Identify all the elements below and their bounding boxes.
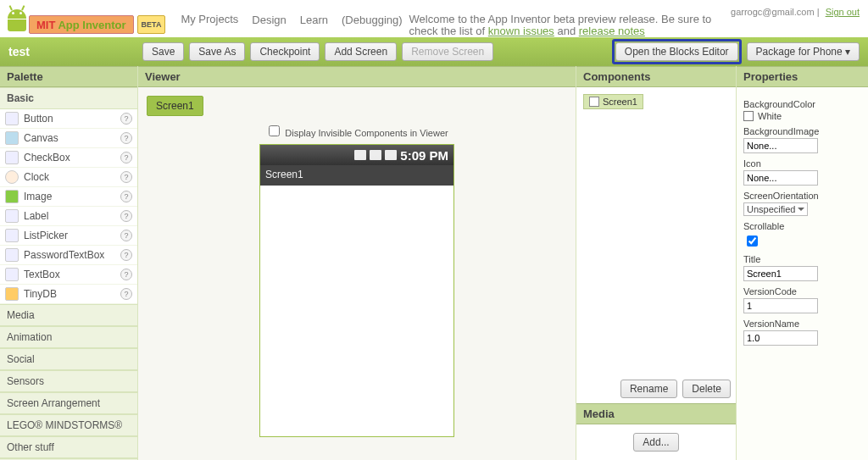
palette-item-listpicker[interactable]: ListPicker? <box>0 226 137 246</box>
palette-cat-other[interactable]: Other stuff <box>0 436 137 458</box>
palette-item-tinydb[interactable]: TinyDB? <box>0 285 137 304</box>
prop-scrollable-checkbox[interactable] <box>747 236 758 247</box>
checkbox-icon <box>5 151 19 164</box>
palette-cat-basic[interactable]: Basic <box>0 87 137 109</box>
package-for-phone-button[interactable]: Package for Phone ▾ <box>747 42 860 61</box>
help-icon[interactable]: ? <box>120 152 132 163</box>
palette-item-clock[interactable]: Clock? <box>0 168 137 187</box>
help-icon[interactable]: ? <box>120 210 132 222</box>
media-header: Media <box>576 403 736 424</box>
prop-orientation-select[interactable]: Unspecified <box>743 202 808 216</box>
android-icon <box>5 4 29 33</box>
palette-basic-items: Button? Canvas? CheckBox? Clock? Image? … <box>0 109 137 304</box>
help-icon[interactable]: ? <box>120 249 132 261</box>
components-panel: Components Screen1 Rename Delete Media A… <box>576 66 737 460</box>
palette-header: Palette <box>0 66 137 87</box>
phone-preview: 5:09 PM Screen1 <box>259 144 454 437</box>
battery-icon <box>385 150 397 160</box>
components-header: Components <box>576 66 736 87</box>
properties-panel: Properties BackgroundColor White Backgro… <box>737 66 868 460</box>
network-icon <box>354 150 366 160</box>
nav-debugging[interactable]: (Debugging) <box>342 14 403 26</box>
help-icon[interactable]: ? <box>120 269 132 280</box>
listpicker-icon <box>5 229 19 242</box>
known-issues-link[interactable]: known issues <box>488 25 554 37</box>
palette-cat-lego[interactable]: LEGO® MINDSTORMS® <box>0 414 137 436</box>
help-icon[interactable]: ? <box>120 191 132 202</box>
prop-versionname-input[interactable] <box>743 330 818 346</box>
prop-title-input[interactable] <box>743 266 818 281</box>
palette-item-canvas[interactable]: Canvas? <box>0 129 137 148</box>
button-icon <box>5 112 19 125</box>
rename-button[interactable]: Rename <box>620 380 677 398</box>
top-nav: My Projects Design Learn (Debugging) <box>181 3 402 26</box>
password-icon <box>5 248 19 262</box>
save-as-button[interactable]: Save As <box>189 42 245 61</box>
nav-learn[interactable]: Learn <box>300 14 328 26</box>
palette-cat-screen-arrangement[interactable]: Screen Arrangement <box>0 392 137 414</box>
prop-icon-value[interactable] <box>743 170 818 186</box>
save-button[interactable]: Save <box>142 42 184 61</box>
tinydb-icon <box>5 287 19 301</box>
tool-row: test Save Save As Checkpoint Add Screen … <box>0 37 868 66</box>
prop-bgcolor-value[interactable]: White <box>743 111 861 121</box>
show-invisible-checkbox[interactable] <box>269 125 280 136</box>
color-swatch-icon <box>743 111 754 121</box>
phone-canvas[interactable] <box>260 186 453 436</box>
app-title-bar: Screen1 <box>260 165 453 186</box>
palette-item-textbox[interactable]: TextBox? <box>0 265 137 285</box>
nav-my-projects[interactable]: My Projects <box>181 14 238 25</box>
palette-cat-animation[interactable]: Animation <box>0 326 137 348</box>
status-time: 5:09 PM <box>400 148 448 163</box>
help-icon[interactable]: ? <box>120 113 132 125</box>
status-bar: 5:09 PM <box>260 145 453 165</box>
logo-text: MITApp Inventor <box>29 15 134 34</box>
viewer-panel: Viewer Screen1 Display Invisible Compone… <box>138 66 576 460</box>
component-tree: Screen1 <box>576 87 736 374</box>
main-area: Palette Basic Button? Canvas? CheckBox? … <box>0 66 868 460</box>
palette-item-passwordtextbox[interactable]: PasswordTextBox? <box>0 246 137 265</box>
release-notes-link[interactable]: release notes <box>579 25 645 37</box>
help-icon[interactable]: ? <box>120 132 132 144</box>
textbox-icon <box>5 268 19 281</box>
prop-title-label: Title <box>743 254 861 264</box>
image-icon <box>5 190 19 203</box>
prop-versioncode-label: VersionCode <box>743 286 861 297</box>
tree-item-screen1[interactable]: Screen1 <box>583 94 643 109</box>
properties-header: Properties <box>737 66 868 87</box>
palette-cat-social[interactable]: Social <box>0 348 137 370</box>
label-icon <box>5 209 19 223</box>
palette-item-image[interactable]: Image? <box>0 187 137 207</box>
delete-button[interactable]: Delete <box>682 380 731 398</box>
prop-bgcolor-label: BackgroundColor <box>743 99 861 109</box>
show-invisible-row[interactable]: Display Invisible Components in Viewer <box>265 123 448 139</box>
logo: MITApp Inventor BETA <box>5 3 165 34</box>
palette-item-button[interactable]: Button? <box>0 109 137 129</box>
remove-screen-button: Remove Screen <box>402 42 493 61</box>
screen-tab[interactable]: Screen1 <box>147 96 203 116</box>
help-icon[interactable]: ? <box>120 230 132 241</box>
prop-versioncode-input[interactable] <box>743 298 818 313</box>
prop-bgimage-label: BackgroundImage <box>743 126 861 136</box>
user-area: garrogc@gmail.com | Sign out <box>731 3 860 17</box>
help-icon[interactable]: ? <box>120 288 132 300</box>
prop-bgimage-value[interactable] <box>743 138 818 153</box>
screen-icon <box>589 97 599 107</box>
prop-icon-label: Icon <box>743 158 861 169</box>
help-icon[interactable]: ? <box>120 171 132 183</box>
open-blocks-editor-button[interactable]: Open the Blocks Editor <box>615 42 738 61</box>
palette-item-label[interactable]: Label? <box>0 207 137 226</box>
prop-versionname-label: VersionName <box>743 319 861 329</box>
sign-out-link[interactable]: Sign out <box>826 7 860 17</box>
palette-cat-media[interactable]: Media <box>0 304 137 326</box>
viewer-header: Viewer <box>138 66 576 87</box>
palette-cat-sensors[interactable]: Sensors <box>0 370 137 392</box>
checkpoint-button[interactable]: Checkpoint <box>250 42 320 61</box>
beta-badge: BETA <box>137 15 166 34</box>
add-screen-button[interactable]: Add Screen <box>325 42 397 61</box>
palette-item-checkbox[interactable]: CheckBox? <box>0 148 137 168</box>
add-media-button[interactable]: Add... <box>633 433 678 452</box>
welcome-text: Welcome to the App Inventor beta preview… <box>403 3 731 37</box>
prop-orientation-label: ScreenOrientation <box>743 191 861 201</box>
nav-design[interactable]: Design <box>252 14 286 26</box>
